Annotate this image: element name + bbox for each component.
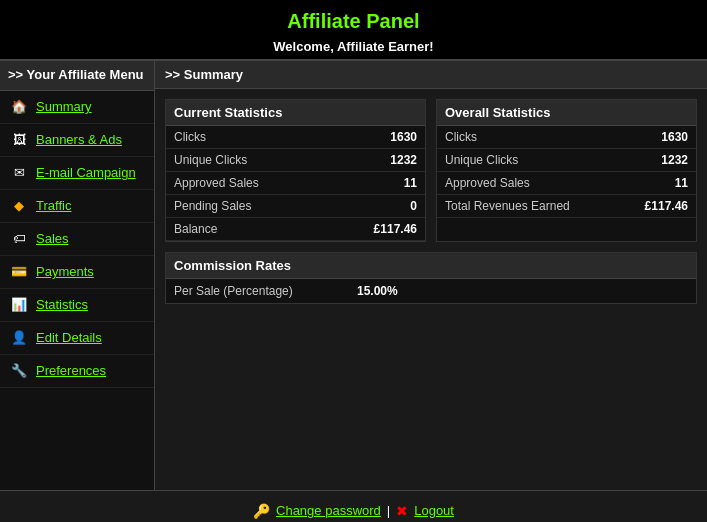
statistics-icon: 📊 bbox=[8, 294, 30, 316]
sidebar-header: >> Your Affiliate Menu bbox=[0, 61, 154, 91]
logout-link[interactable]: Logout bbox=[414, 503, 454, 518]
current-stats-table: Clicks 1630 Unique Clicks 1232 Approved … bbox=[166, 126, 425, 241]
sidebar-label-statistics: Statistics bbox=[36, 297, 88, 312]
sidebar-item-summary[interactable]: 🏠 Summary bbox=[0, 91, 154, 124]
current-clicks-value: 1630 bbox=[329, 126, 425, 149]
sidebar-label-traffic: Traffic bbox=[36, 198, 71, 213]
overall-approved-sales-value: 11 bbox=[619, 172, 696, 195]
current-stats-title: Current Statistics bbox=[166, 100, 425, 126]
current-balance-value: £117.46 bbox=[329, 218, 425, 241]
current-stats-block: Current Statistics Clicks 1630 Unique Cl… bbox=[165, 99, 426, 242]
table-row: Pending Sales 0 bbox=[166, 195, 425, 218]
table-row: Approved Sales 11 bbox=[166, 172, 425, 195]
welcome-message: Welcome, Affiliate Earner! bbox=[0, 39, 707, 54]
commission-per-sale-label: Per Sale (Percentage) bbox=[166, 279, 349, 303]
current-unique-clicks-value: 1232 bbox=[329, 149, 425, 172]
commission-inner: Per Sale (Percentage) 15.00% bbox=[166, 279, 426, 303]
banners-ads-icon: 🖼 bbox=[8, 129, 30, 151]
current-pending-sales-value: 0 bbox=[329, 195, 425, 218]
overall-approved-sales-label: Approved Sales bbox=[437, 172, 619, 195]
current-approved-sales-value: 11 bbox=[329, 172, 425, 195]
table-row: Balance £117.46 bbox=[166, 218, 425, 241]
commission-per-sale-value: 15.00% bbox=[349, 279, 426, 303]
overall-revenues-label: Total Revenues Earned bbox=[437, 195, 619, 218]
edit-details-icon: 👤 bbox=[8, 327, 30, 349]
current-balance-label: Balance bbox=[166, 218, 329, 241]
sidebar-item-banners-ads[interactable]: 🖼 Banners & Ads bbox=[0, 124, 154, 157]
overall-clicks-value: 1630 bbox=[619, 126, 696, 149]
page-title: Affiliate Panel bbox=[0, 10, 707, 33]
sidebar-label-banners-ads: Banners & Ads bbox=[36, 132, 122, 147]
commission-block: Commission Rates Per Sale (Percentage) 1… bbox=[165, 252, 697, 304]
sidebar-label-sales: Sales bbox=[36, 231, 69, 246]
preferences-icon: 🔧 bbox=[8, 360, 30, 382]
sidebar-label-payments: Payments bbox=[36, 264, 94, 279]
payments-icon: 💳 bbox=[8, 261, 30, 283]
footer-separator: | bbox=[387, 503, 390, 518]
overall-unique-clicks-value: 1232 bbox=[619, 149, 696, 172]
commission-table: Per Sale (Percentage) 15.00% bbox=[166, 279, 426, 303]
sidebar-item-statistics[interactable]: 📊 Statistics bbox=[0, 289, 154, 322]
sidebar-item-sales[interactable]: 🏷 Sales bbox=[0, 223, 154, 256]
overall-revenues-value: £117.46 bbox=[619, 195, 696, 218]
sidebar-label-email-campaign: E-mail Campaign bbox=[36, 165, 136, 180]
table-row: Clicks 1630 bbox=[437, 126, 696, 149]
overall-stats-block: Overall Statistics Clicks 1630 Unique Cl… bbox=[436, 99, 697, 242]
content-inner: Current Statistics Clicks 1630 Unique Cl… bbox=[155, 89, 707, 324]
sidebar: >> Your Affiliate Menu 🏠 Summary 🖼 Banne… bbox=[0, 61, 155, 490]
overall-clicks-label: Clicks bbox=[437, 126, 619, 149]
change-password-icon: 🔑 bbox=[253, 503, 270, 519]
table-row: Per Sale (Percentage) 15.00% bbox=[166, 279, 426, 303]
table-row: Total Revenues Earned £117.46 bbox=[437, 195, 696, 218]
sidebar-item-email-campaign[interactable]: ✉ E-mail Campaign bbox=[0, 157, 154, 190]
content-area: >> Summary Current Statistics Clicks 163… bbox=[155, 61, 707, 490]
table-row: Approved Sales 11 bbox=[437, 172, 696, 195]
commission-row: Per Sale (Percentage) 15.00% bbox=[166, 279, 696, 303]
commission-title: Commission Rates bbox=[166, 253, 696, 279]
sidebar-item-edit-details[interactable]: 👤 Edit Details bbox=[0, 322, 154, 355]
email-campaign-icon: ✉ bbox=[8, 162, 30, 184]
current-pending-sales-label: Pending Sales bbox=[166, 195, 329, 218]
overall-unique-clicks-label: Unique Clicks bbox=[437, 149, 619, 172]
table-row: Clicks 1630 bbox=[166, 126, 425, 149]
sidebar-label-edit-details: Edit Details bbox=[36, 330, 102, 345]
summary-icon: 🏠 bbox=[8, 96, 30, 118]
sidebar-label-preferences: Preferences bbox=[36, 363, 106, 378]
current-clicks-label: Clicks bbox=[166, 126, 329, 149]
page-header: Affiliate Panel Welcome, Affiliate Earne… bbox=[0, 0, 707, 60]
traffic-icon: ◆ bbox=[8, 195, 30, 217]
sidebar-label-summary: Summary bbox=[36, 99, 92, 114]
change-password-link[interactable]: Change password bbox=[276, 503, 381, 518]
table-row: Unique Clicks 1232 bbox=[166, 149, 425, 172]
current-unique-clicks-label: Unique Clicks bbox=[166, 149, 329, 172]
commission-inner-empty bbox=[436, 279, 696, 303]
sidebar-item-payments[interactable]: 💳 Payments bbox=[0, 256, 154, 289]
sidebar-item-traffic[interactable]: ◆ Traffic bbox=[0, 190, 154, 223]
current-approved-sales-label: Approved Sales bbox=[166, 172, 329, 195]
logout-icon: ✖ bbox=[396, 503, 408, 519]
main-container: >> Your Affiliate Menu 🏠 Summary 🖼 Banne… bbox=[0, 60, 707, 490]
table-row: Unique Clicks 1232 bbox=[437, 149, 696, 172]
sales-icon: 🏷 bbox=[8, 228, 30, 250]
overall-stats-title: Overall Statistics bbox=[437, 100, 696, 126]
sidebar-item-preferences[interactable]: 🔧 Preferences bbox=[0, 355, 154, 388]
overall-stats-table: Clicks 1630 Unique Clicks 1232 Approved … bbox=[437, 126, 696, 218]
page-footer: 🔑 Change password | ✖ Logout bbox=[0, 490, 707, 522]
content-section-title: >> Summary bbox=[155, 61, 707, 89]
stats-row: Current Statistics Clicks 1630 Unique Cl… bbox=[165, 99, 697, 242]
